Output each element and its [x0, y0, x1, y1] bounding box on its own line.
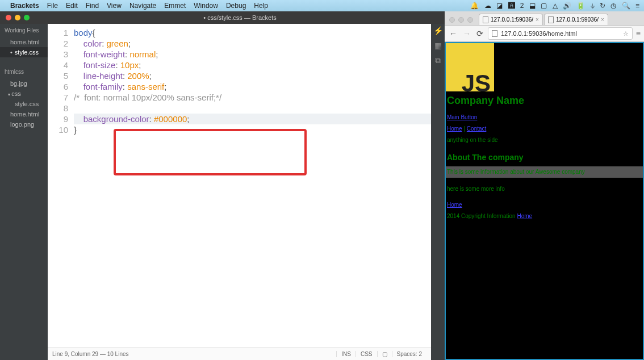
about-heading: About The company [447, 152, 642, 163]
working-file[interactable]: style.css [0, 47, 48, 57]
language-mode[interactable]: CSS [356, 351, 377, 357]
main-button-link[interactable]: Main Button [447, 114, 477, 120]
volume-icon[interactable]: 🔊 [563, 2, 571, 10]
spotlight-icon[interactable]: 🔍 [622, 2, 630, 10]
browser-tab[interactable]: 127.0.0.1:59036/× [544, 14, 608, 25]
code-editor[interactable]: 12345678910 body{ color: green; font-wei… [48, 24, 431, 348]
menu-emmet[interactable]: Emmet [164, 2, 186, 10]
wifi-icon[interactable]: ⏚ [591, 2, 595, 10]
chrome-menu-icon[interactable]: ≡ [636, 29, 641, 38]
dropbox-icon[interactable]: ⬓ [529, 2, 536, 10]
project-header[interactable]: htmlcss [0, 65, 48, 78]
drive-icon[interactable]: △ [553, 2, 558, 10]
browser-tab[interactable]: 127.0.0.1:59036/× [479, 14, 543, 25]
nav-separator: | [462, 125, 467, 132]
sync-icon[interactable]: ↻ [600, 2, 605, 10]
code-line[interactable]: body{ [74, 27, 431, 38]
menu-debug[interactable]: Debug [226, 2, 246, 10]
extension-rail: ⚡ ▦ ⧉ [431, 24, 445, 360]
more-info-text: here is some more info [447, 183, 642, 195]
live-preview-icon[interactable]: ⚡ [433, 26, 442, 35]
footer-text: 2014 Copyright Information Home [447, 211, 642, 222]
minimize-icon[interactable] [15, 15, 20, 20]
footer-home-link[interactable]: Home [517, 213, 532, 219]
rendered-page: JS Company Name Main Button Home | Conta… [445, 42, 644, 360]
reload-button[interactable]: ⟳ [475, 29, 484, 38]
working-file[interactable]: home.html [0, 37, 48, 47]
extension-manager-icon[interactable]: ▦ [433, 41, 442, 50]
tree-file[interactable]: bg.jpg [0, 78, 48, 89]
menu-edit[interactable]: Edit [66, 2, 78, 10]
nav-contact-link[interactable]: Contact [467, 125, 486, 132]
cloud-icon[interactable]: ☁ [484, 2, 491, 10]
bell-icon[interactable]: 🔔 [470, 2, 479, 10]
tab-close-icon[interactable]: × [601, 16, 604, 23]
tab-label: 127.0.0.1:59036/ [491, 16, 533, 23]
address-bar[interactable]: 127.0.0.1:59036/home.html ☆ [488, 27, 633, 40]
tree-file[interactable]: logo.png [0, 119, 48, 129]
chrome-minimize-icon[interactable] [458, 17, 464, 23]
code-line[interactable]: background-color: #000000; [74, 114, 431, 124]
chrome-close-icon[interactable] [449, 17, 455, 23]
menu-view[interactable]: View [107, 2, 122, 10]
brackets-titlebar: • css/style.css — Brackets [0, 11, 445, 24]
code-line[interactable]: } [74, 124, 431, 135]
nav-home-link[interactable]: Home [447, 125, 462, 132]
code-line[interactable]: font-size: 10px; [74, 60, 431, 70]
working-files-header: Working Files [0, 24, 48, 37]
notif-icon[interactable]: ≡ [635, 2, 639, 10]
app-name[interactable]: Brackets [10, 2, 39, 10]
page-icon [548, 16, 554, 23]
plugin-icon[interactable]: ⧉ [433, 56, 442, 65]
close-icon[interactable] [6, 15, 11, 20]
display-icon[interactable]: ▢ [541, 2, 547, 10]
tree-file[interactable]: style.css [0, 99, 48, 109]
menu-navigate[interactable]: Navigate [129, 2, 156, 10]
page-icon [492, 30, 497, 37]
status-bar: Line 9, Column 29 — 10 Lines INS CSS ▢ S… [48, 348, 431, 360]
chrome-zoom-icon[interactable] [467, 17, 473, 23]
system-tray: 🔔 ☁ ◪ 🅰 2 ⬓ ▢ △ 🔊 🔋 ⏚ ↻ ◷ 🔍 ≡ [467, 2, 639, 10]
code-line[interactable]: font-weight: normal; [74, 49, 431, 60]
code-line[interactable]: /* font: normal 10px/200% sans-serif;*/ [74, 92, 431, 103]
code-line[interactable] [74, 103, 431, 114]
code-area[interactable]: body{ color: green; font-weight: normal;… [74, 24, 431, 348]
adobe-icon[interactable]: 🅰 [508, 2, 515, 10]
indent-mode[interactable]: Spaces: 2 [392, 351, 426, 357]
zoom-icon[interactable] [24, 15, 30, 20]
menu-window[interactable]: Window [194, 2, 218, 10]
chrome-tabstrip: 127.0.0.1:59036/× 127.0.0.1:59036/× [445, 11, 644, 25]
chrome-toolbar: ← → ⟳ 127.0.0.1:59036/home.html ☆ ≡ [445, 25, 644, 42]
brackets-window: • css/style.css — Brackets Working Files… [0, 11, 445, 360]
num-icon[interactable]: 2 [520, 2, 524, 10]
tree-folder[interactable]: css [0, 89, 48, 99]
cursor-position: Line 9, Column 29 — 10 Lines [52, 351, 336, 357]
logo-image: JS [446, 43, 494, 91]
code-line[interactable]: color: green; [74, 38, 431, 49]
home-link[interactable]: Home [447, 202, 462, 208]
forward-button[interactable]: → [462, 29, 472, 38]
aside-text: anything on the side [447, 135, 642, 146]
chrome-window: 127.0.0.1:59036/× 127.0.0.1:59036/× ← → … [445, 11, 644, 360]
code-line[interactable]: font-family: sans-serif; [74, 81, 431, 92]
back-button[interactable]: ← [448, 29, 458, 38]
info-paragraph: This is some information about our Aweso… [446, 166, 643, 178]
code-line[interactable]: line-height: 200%; [74, 70, 431, 81]
mac-menubar: Brackets File Edit Find View Navigate Em… [0, 0, 644, 11]
battery-icon[interactable]: 🔋 [576, 2, 585, 10]
menu-help[interactable]: Help [254, 2, 268, 10]
window-title: • css/style.css — Brackets [35, 14, 445, 21]
insert-mode[interactable]: INS [336, 351, 356, 357]
tree-file[interactable]: home.html [0, 109, 48, 119]
bookmark-icon[interactable]: ☆ [623, 30, 629, 37]
page-heading: Company Name [447, 95, 642, 106]
shape-icon[interactable]: ◪ [496, 2, 503, 10]
tab-close-icon[interactable]: × [536, 16, 539, 23]
encoding[interactable]: ▢ [377, 351, 392, 357]
page-icon [483, 16, 488, 23]
tab-label: 127.0.0.1:59036/ [556, 16, 599, 23]
menu-find[interactable]: Find [86, 2, 99, 10]
menu-file[interactable]: File [47, 2, 58, 10]
clock-icon[interactable]: ◷ [610, 2, 616, 10]
sidebar: Working Files home.htmlstyle.css htmlcss… [0, 24, 48, 360]
